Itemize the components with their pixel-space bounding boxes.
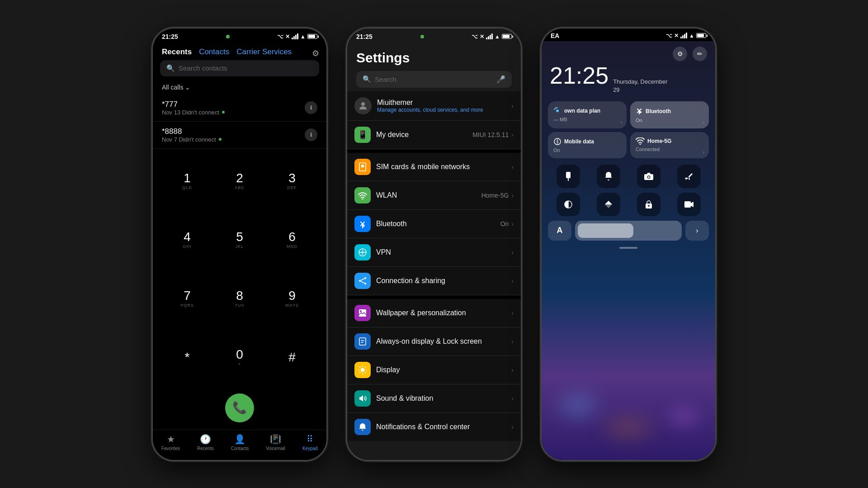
settings-item-sim[interactable]: SIM cards & mobile networks › [347,153,521,181]
cc-tile-data[interactable]: own data plan — MB › [548,101,627,128]
bluetooth-icon-4: ⌥ [666,33,672,39]
bluetooth-icon-1: ⌥ [277,33,283,40]
call-item-0[interactable]: *777 Nov 13 Didn't connect ℹ [153,95,326,122]
notifications-chevron-icon: › [511,423,514,431]
bell-icon [604,171,613,181]
dial-num-8: 8 [236,289,243,302]
cc-location-button[interactable] [597,193,620,216]
dial-key-9[interactable]: 9 WXYZ [267,270,317,327]
call-info-button-1[interactable]: ℹ [305,128,317,141]
settings-item-aod[interactable]: Always-on display & Lock screen › [347,327,521,356]
settings-search-bar[interactable]: 🔍 Search 🎤 [356,71,512,88]
tab-recents[interactable]: Recents [162,47,192,57]
nav-keypad[interactable]: ⠿ Keypad [302,434,318,451]
cc-font-label: A [557,226,563,235]
miuithemer-name: Miuithemer [377,99,511,107]
wifi-icon-3 [358,190,368,200]
search-placeholder-2: Search [375,76,396,83]
cc-lock-button[interactable] [637,193,660,216]
mydevice-icon: 📱 [358,130,368,140]
sim-icon-wrap [354,159,371,175]
dial-key-8[interactable]: 8 TUV [214,270,265,327]
aod-chevron-icon: › [511,338,514,345]
dial-num-7: 7 [184,289,191,302]
settings-item-sound[interactable]: Sound & vibration › [347,384,521,413]
cc-settings-button[interactable]: ⚙ [673,47,687,61]
dial-key-hash[interactable]: # [267,329,317,386]
call-button[interactable]: 📞 [225,393,254,422]
cc-contrast-button[interactable] [557,193,580,216]
cc-wifi-label: Home-5G [647,138,671,144]
cc-tile-mobile[interactable]: Mobile data On [548,132,627,158]
nav-favorites[interactable]: ★ Favorites [161,434,180,451]
all-calls-filter[interactable]: All calls ⌄ [153,80,326,95]
settings-header: Settings 🔍 Search 🎤 [347,43,521,91]
cc-blob-orange [597,415,660,442]
cc-font-button[interactable]: A [548,221,571,241]
battery-icon-3 [696,33,706,38]
cc-tile-bluetooth[interactable]: Bluetooth On › [630,101,709,128]
dial-key-7[interactable]: 7 PQRS [162,270,212,327]
cc-wifi-arrow-icon: › [703,150,704,155]
dial-key-3[interactable]: 3 DEF [267,152,317,209]
cc-flashlight-button[interactable] [557,165,580,188]
wallpaper-label: Wallpaper & personalization [376,309,466,317]
bluetooth-chevron-icon: › [511,220,514,227]
keypad-icon: ⠿ [307,434,313,445]
cc-brightness-slider[interactable] [575,221,682,241]
nav-contacts[interactable]: 👤 Contacts [231,434,249,451]
dial-letters-2: ABC [235,185,245,190]
call-detail-1: Nov 7 Didn't connect [162,136,222,143]
data-icon [553,107,561,115]
cc-camera-button[interactable] [637,165,660,188]
dial-num-9: 9 [288,289,296,302]
settings-item-miuithemer[interactable]: Miuithemer Manage accounts, cloud servic… [347,91,521,121]
signal-bars-1 [292,33,298,39]
cc-edit-button[interactable]: ✏ [693,47,707,61]
cc-tile-wifi[interactable]: Home-5G Connected › [630,132,709,158]
call-list: *777 Nov 13 Didn't connect ℹ *8888 Nov 7… [153,95,326,149]
dial-letters-7: PQRS [180,303,194,308]
settings-item-vpn[interactable]: VPN › [347,238,521,267]
bar1 [292,38,293,39]
settings-top-icon[interactable]: ⚙ [312,48,319,58]
display-icon [358,365,367,374]
svg-point-20 [648,176,650,178]
settings-item-connection[interactable]: Connection & sharing › [347,267,521,295]
mydevice-chevron-icon: › [511,131,514,138]
settings-item-wlan[interactable]: WLAN Home-5G › [347,181,521,210]
mic-icon[interactable]: 🎤 [496,75,505,84]
cc-airplane-button[interactable] [677,165,701,188]
dial-key-1[interactable]: 1 QLD [162,152,212,209]
dial-key-star[interactable]: * [162,329,212,386]
dial-key-6[interactable]: 6 MNO [267,211,317,268]
dialpad: 1 QLD 2 ABC 3 DEF 4 GHI 5 JKL 6 MNO [153,149,326,390]
dial-key-5[interactable]: 5 JKL [214,211,265,268]
dial-key-2[interactable]: 2 ABC [214,152,265,209]
status-bar-3: EA ⌥ ✕ ▲ [542,28,715,41]
display-chevron-icon: › [511,366,514,374]
nav-recents[interactable]: 🕐 Recents [197,434,214,451]
search-bar[interactable]: 🔍 Search contacts [160,60,319,76]
call-info-button-0[interactable]: ℹ [305,101,317,114]
cc-expand-button[interactable]: › [685,221,709,241]
settings-item-notifications[interactable]: Notifications & Control center › [347,413,521,441]
settings-item-wallpaper[interactable]: Wallpaper & personalization › [347,299,521,327]
nav-voicemail[interactable]: 📳 Voicemail [266,434,285,451]
tab-carrier[interactable]: Carrier Services [236,47,292,57]
vpn-chevron-icon: › [511,249,514,256]
tab-contacts[interactable]: Contacts [199,47,229,57]
status-green-dot-2 [420,35,424,38]
settings-item-bluetooth[interactable]: Bluetooth On › [347,210,521,238]
cc-date-line2: 29 [613,86,619,93]
notifications-label: Notifications & Control center [376,423,470,431]
settings-item-display[interactable]: Display › [347,356,521,384]
dial-key-0[interactable]: 0 + [214,329,265,386]
settings-item-mydevice[interactable]: 📱 My device MIUI 12.5.11 › [347,121,521,149]
mydevice-icon-wrap: 📱 [354,127,371,143]
cc-video-button[interactable] [677,193,701,216]
dial-key-4[interactable]: 4 GHI [162,211,212,268]
cc-bell-button[interactable] [597,165,620,188]
search-icon: 🔍 [166,64,175,72]
call-item-1[interactable]: *8888 Nov 7 Didn't connect ℹ [153,122,326,149]
